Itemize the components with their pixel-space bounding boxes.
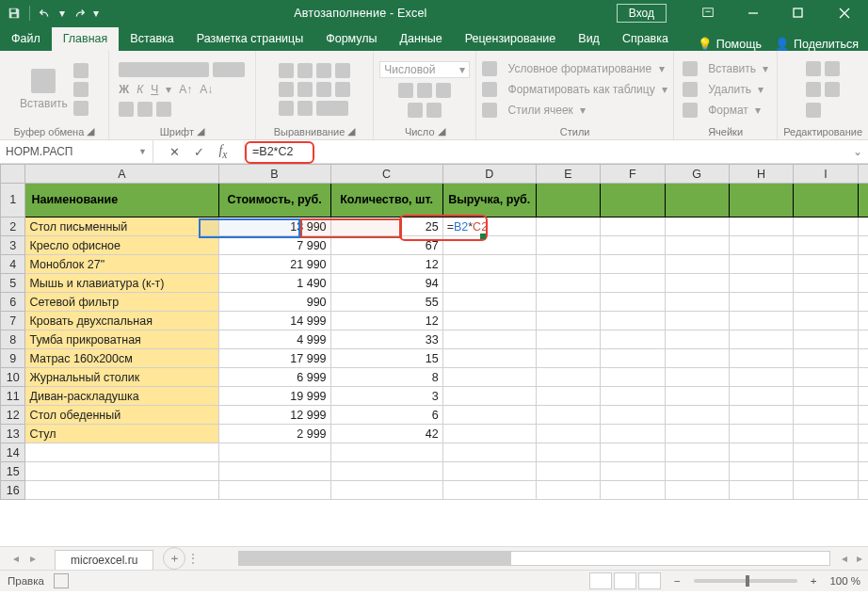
cell[interactable] <box>536 312 600 330</box>
cell[interactable] <box>858 349 868 368</box>
tab-view[interactable]: Вид <box>567 27 611 51</box>
col-header[interactable]: G <box>665 165 729 184</box>
row-header[interactable]: 6 <box>1 293 25 312</box>
horizontal-scrollbar[interactable] <box>238 551 830 566</box>
cell[interactable]: Кровать двухспальная <box>25 312 218 330</box>
insert-cells-icon[interactable] <box>683 61 698 76</box>
cell[interactable] <box>536 387 600 406</box>
cell[interactable] <box>794 217 858 236</box>
cell[interactable]: 990 <box>218 293 330 312</box>
cell[interactable] <box>665 236 729 255</box>
cell[interactable]: 94 <box>330 274 442 293</box>
cell[interactable] <box>330 443 442 462</box>
zoom-in-icon[interactable]: + <box>807 575 821 587</box>
tab-formulas[interactable]: Формулы <box>314 27 388 51</box>
row-header[interactable]: 3 <box>1 236 25 255</box>
sort-filter-icon[interactable] <box>806 82 821 97</box>
cell[interactable] <box>601 255 665 274</box>
tab-file[interactable]: Файл <box>0 27 52 51</box>
cell[interactable] <box>601 443 665 462</box>
cell[interactable] <box>25 481 218 500</box>
cell[interactable] <box>442 406 536 425</box>
orientation-icon[interactable] <box>335 63 350 78</box>
cell[interactable] <box>858 312 868 330</box>
cell[interactable]: Сетевой фильтр <box>25 293 218 312</box>
cell[interactable]: 3 <box>330 387 442 406</box>
cell[interactable]: 19 999 <box>218 387 330 406</box>
decrease-font-icon[interactable]: A↓ <box>200 83 213 96</box>
zoom-out-icon[interactable]: − <box>670 575 684 587</box>
cell[interactable] <box>536 255 600 274</box>
cell[interactable] <box>665 184 729 217</box>
cell[interactable] <box>601 462 665 481</box>
header-cell[interactable]: Стоимость, руб. <box>218 184 330 217</box>
cell[interactable] <box>536 425 600 443</box>
cell[interactable] <box>665 217 729 236</box>
cell[interactable] <box>794 368 858 387</box>
dialog-launcher-icon[interactable]: ◢ <box>87 125 94 137</box>
cell[interactable] <box>218 443 330 462</box>
cell[interactable] <box>858 274 868 293</box>
row-header[interactable]: 5 <box>1 274 25 293</box>
fill-icon[interactable] <box>825 61 840 76</box>
cell[interactable] <box>601 387 665 406</box>
cell[interactable] <box>442 236 536 255</box>
tab-insert[interactable]: Вставка <box>119 27 185 51</box>
cell[interactable] <box>601 293 665 312</box>
tab-data[interactable]: Данные <box>389 27 454 51</box>
cell[interactable] <box>729 387 793 406</box>
cell[interactable] <box>665 368 729 387</box>
cell[interactable]: 12 <box>330 255 442 274</box>
cell[interactable] <box>858 443 868 462</box>
cell[interactable] <box>794 236 858 255</box>
dialog-launcher-icon[interactable]: ◢ <box>347 125 355 137</box>
cell[interactable] <box>794 481 858 500</box>
cell[interactable]: Моноблок 27" <box>25 255 218 274</box>
enter-formula-icon[interactable]: ✓ <box>187 141 210 162</box>
align-left-icon[interactable] <box>279 82 294 97</box>
cell[interactable] <box>794 293 858 312</box>
spreadsheet-grid[interactable]: A B C D E F G H I J 1 Наименование Стоим… <box>0 164 868 546</box>
cell[interactable] <box>794 406 858 425</box>
cell[interactable] <box>729 462 793 481</box>
cell[interactable] <box>218 481 330 500</box>
cell[interactable] <box>536 184 600 217</box>
cell[interactable] <box>858 425 868 443</box>
col-header[interactable]: J <box>858 165 868 184</box>
cell[interactable] <box>794 387 858 406</box>
tab-review[interactable]: Рецензирование <box>454 27 568 51</box>
zoom-value[interactable]: 100 % <box>829 575 860 587</box>
cell[interactable]: 2 999 <box>218 425 330 443</box>
autosum-icon[interactable] <box>806 61 821 76</box>
header-cell[interactable]: Выручка, руб. <box>442 184 536 217</box>
row-header[interactable]: 14 <box>1 443 25 462</box>
cell[interactable] <box>442 462 536 481</box>
cell[interactable] <box>665 255 729 274</box>
cell[interactable] <box>536 462 600 481</box>
cell[interactable] <box>218 462 330 481</box>
cell[interactable] <box>536 349 600 368</box>
dialog-launcher-icon[interactable]: ◢ <box>197 125 204 137</box>
fill-color-icon[interactable] <box>137 102 153 117</box>
format-cells-icon[interactable] <box>683 103 698 118</box>
macro-record-icon[interactable] <box>54 573 69 588</box>
select-all-corner[interactable] <box>1 165 25 184</box>
cell[interactable] <box>858 217 868 236</box>
cell[interactable] <box>729 406 793 425</box>
cell[interactable] <box>25 462 218 481</box>
tab-page-layout[interactable]: Разметка страницы <box>185 27 314 51</box>
cell[interactable] <box>665 462 729 481</box>
cell[interactable] <box>794 312 858 330</box>
cell[interactable] <box>442 443 536 462</box>
cell[interactable]: 42 <box>330 425 442 443</box>
cell[interactable] <box>665 443 729 462</box>
cell[interactable] <box>536 293 600 312</box>
col-header[interactable]: C <box>330 165 442 184</box>
redo-icon[interactable] <box>69 3 89 24</box>
undo-icon[interactable] <box>35 3 56 24</box>
cell[interactable] <box>665 274 729 293</box>
insert-function-icon[interactable]: fx <box>212 141 234 162</box>
cell[interactable] <box>665 293 729 312</box>
view-page-layout-icon[interactable] <box>614 572 636 589</box>
cell[interactable] <box>794 274 858 293</box>
